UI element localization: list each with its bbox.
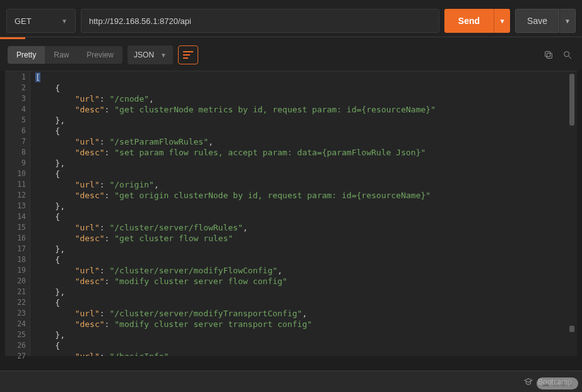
response-toolbar: Pretty Raw Preview JSON ▼ (0, 39, 582, 71)
http-method-select[interactable]: GET ▼ (6, 9, 76, 33)
view-tabs: Pretty Raw Preview (8, 46, 122, 64)
scrollbar-thumb[interactable] (569, 74, 574, 126)
tab-preview[interactable]: Preview (78, 46, 122, 64)
bootcamp-icon (524, 377, 533, 386)
svg-rect-1 (545, 52, 550, 57)
code-content: [ { "url": "/cnode", "desc": "get cluste… (30, 71, 577, 356)
save-button-group: Save ▼ (515, 9, 576, 33)
format-value: JSON (134, 50, 154, 59)
chevron-down-icon: ▼ (564, 18, 571, 25)
line-gutter: 1234567891011121314151617181920212223242… (5, 71, 30, 356)
copy-button[interactable] (542, 48, 555, 62)
wrap-lines-button[interactable] (178, 45, 198, 64)
svg-rect-0 (547, 53, 552, 58)
svg-point-2 (564, 52, 569, 57)
chevron-down-icon: ▼ (160, 52, 167, 59)
copy-icon (543, 50, 554, 60)
status-bar: Bootcamp (0, 371, 582, 392)
save-button[interactable]: Save (515, 9, 559, 33)
scrollbar[interactable] (569, 71, 576, 356)
wrap-icon (183, 51, 193, 59)
tab-pretty[interactable]: Pretty (8, 46, 45, 64)
save-dropdown[interactable]: ▼ (559, 9, 576, 33)
request-bar: GET ▼ Send ▼ Save ▼ (0, 5, 582, 37)
send-button[interactable]: Send (444, 9, 494, 33)
url-input[interactable] (81, 9, 439, 33)
chevron-down-icon: ▼ (499, 18, 506, 25)
chevron-down-icon: ▼ (61, 18, 68, 25)
scrollbar-marker (569, 326, 574, 332)
svg-line-3 (569, 56, 571, 59)
watermark: ☁ 亿速云 (537, 377, 578, 389)
tab-raw[interactable]: Raw (45, 46, 78, 64)
search-button[interactable] (561, 48, 574, 62)
http-method-value: GET (15, 16, 32, 26)
search-icon (562, 50, 573, 60)
response-body[interactable]: 1234567891011121314151617181920212223242… (5, 71, 577, 356)
send-dropdown[interactable]: ▼ (494, 9, 510, 33)
send-button-group: Send ▼ (444, 9, 510, 33)
format-select[interactable]: JSON ▼ (128, 45, 173, 64)
